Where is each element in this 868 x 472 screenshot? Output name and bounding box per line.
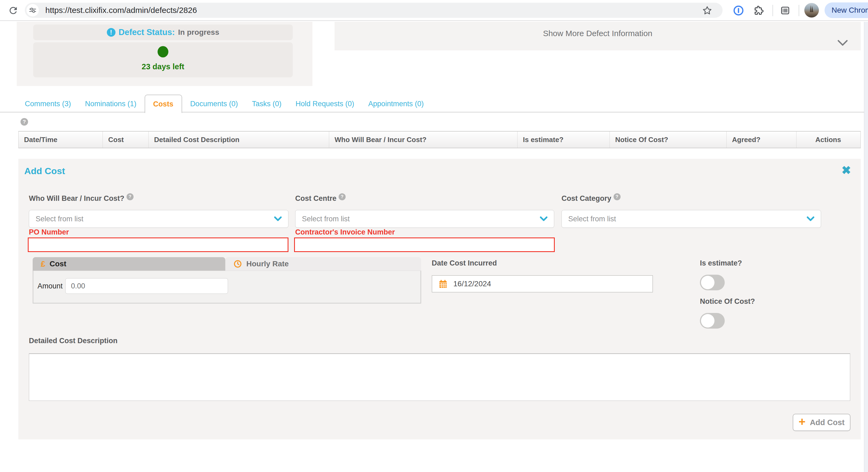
date-cost-incurred-label: Date Cost Incurred [432, 259, 497, 267]
invoice-number-label: Contractor's Invoice Number [295, 228, 395, 236]
toolbar-divider [773, 5, 773, 16]
date-cost-incurred-input[interactable]: 16/12/2024 [432, 275, 653, 293]
chevron-down-icon [540, 216, 548, 221]
clock-icon [234, 260, 242, 268]
col-notice-of-cost: Notice Of Cost? [610, 132, 726, 148]
chevron-down-icon [807, 216, 814, 221]
help-icon[interactable]: ? [127, 193, 133, 200]
add-cost-button[interactable]: + Add Cost [793, 414, 850, 431]
defect-tabbar: Comments (3) Nominations (1) Costs Docum… [18, 95, 431, 113]
tab-costs[interactable]: Costs [145, 95, 182, 113]
tab-hold-requests[interactable]: Hold Requests (0) [288, 95, 361, 113]
add-cost-title: Add Cost [24, 166, 65, 176]
po-number-label: PO Number [29, 228, 69, 236]
help-icon[interactable]: ? [339, 193, 346, 200]
po-number-input[interactable] [28, 237, 288, 252]
bookmark-star-icon[interactable] [701, 4, 713, 17]
is-estimate-label: Is estimate? [700, 259, 742, 267]
notice-of-cost-toggle[interactable] [700, 313, 725, 329]
who-bears-label: Who Will Bear / Incur Cost?? [29, 194, 133, 203]
tab-appointments[interactable]: Appointments (0) [361, 95, 431, 113]
col-description: Detailed Cost Description [149, 132, 329, 148]
url-text[interactable]: https://test.clixifix.com/admin/defects/… [45, 6, 722, 15]
add-cost-panel: Add Cost ✖ Who Will Bear / Incur Cost?? … [18, 159, 861, 439]
cost-tab-content: Amount [33, 271, 421, 304]
help-icon[interactable]: ? [614, 193, 621, 200]
tab-nominations[interactable]: Nominations (1) [78, 95, 144, 113]
amount-label: Amount [37, 282, 63, 290]
password-manager-extension-icon[interactable] [732, 4, 745, 17]
col-actions: Actions [797, 132, 860, 148]
cost-category-select[interactable]: Select from list [561, 210, 821, 228]
invoice-number-input[interactable] [294, 237, 555, 252]
address-bar[interactable]: https://test.clixifix.com/admin/defects/… [25, 3, 722, 18]
show-more-panel[interactable]: Show More Defect Information [335, 22, 861, 50]
notice-of-cost-label: Notice Of Cost? [700, 297, 755, 306]
defect-status-card: ! Defect Status: In progress 23 days lef… [17, 22, 312, 86]
who-bears-select[interactable]: Select from list [29, 210, 288, 228]
info-icon: ! [107, 28, 116, 37]
col-is-estimate: Is estimate? [518, 132, 610, 148]
toolbar-divider [799, 5, 799, 16]
col-date-time: Date/Time [19, 132, 103, 148]
days-left-box: 23 days left [33, 42, 293, 77]
tab-tasks[interactable]: Tasks (0) [245, 95, 289, 113]
description-textarea[interactable] [29, 353, 850, 401]
cost-centre-select[interactable]: Select from list [295, 210, 554, 228]
pound-icon: £ [41, 259, 45, 268]
col-cost: Cost [103, 132, 149, 148]
close-icon[interactable]: ✖ [842, 165, 851, 176]
profile-avatar[interactable] [804, 3, 819, 18]
chevron-down-icon [274, 216, 282, 221]
help-icon[interactable]: ? [21, 118, 28, 126]
col-who-bears: Who Will Bear / Incur Cost? [329, 132, 518, 148]
defect-status-label: Defect Status: [119, 28, 175, 37]
extensions-icon[interactable] [752, 4, 765, 17]
date-value: 16/12/2024 [453, 279, 491, 288]
browser-toolbar: https://test.clixifix.com/admin/defects/… [0, 0, 868, 21]
new-chrome-button[interactable]: New Chrome [825, 2, 868, 18]
cost-centre-label: Cost Centre? [295, 194, 346, 203]
col-agreed: Agreed? [726, 132, 797, 148]
cost-tab[interactable]: £ Cost [33, 257, 225, 271]
chevron-down-icon[interactable] [837, 40, 848, 48]
tab-comments[interactable]: Comments (3) [18, 95, 78, 113]
costs-table-header: Date/Time Cost Detailed Cost Description… [18, 131, 861, 148]
is-estimate-toggle[interactable] [700, 275, 725, 290]
description-label: Detailed Cost Description [29, 337, 118, 345]
days-left-text: 23 days left [33, 62, 293, 71]
tab-documents[interactable]: Documents (0) [183, 95, 245, 113]
calendar-icon [438, 279, 448, 289]
hourly-rate-tab[interactable]: Hourly Rate [225, 257, 421, 271]
defect-status-value: In progress [178, 28, 219, 37]
cost-category-label: Cost Category? [561, 194, 621, 203]
amount-input[interactable] [65, 278, 228, 294]
site-settings-icon[interactable] [26, 4, 39, 16]
reload-icon[interactable] [7, 4, 20, 17]
reading-list-icon[interactable] [779, 4, 792, 17]
show-more-label: Show More Defect Information [335, 29, 861, 38]
plus-icon: + [799, 416, 806, 427]
defect-status-bar: ! Defect Status: In progress [33, 25, 293, 40]
new-chrome-label: New Chrome [832, 6, 868, 14]
page-scrollbar[interactable] [864, 22, 868, 472]
status-green-dot [158, 46, 168, 58]
